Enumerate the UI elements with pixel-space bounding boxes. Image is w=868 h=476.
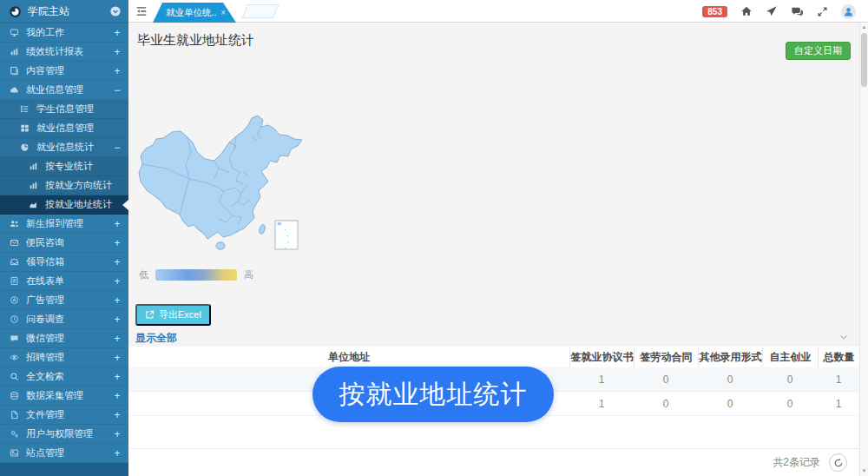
page-title: 毕业生就业地址统计	[137, 32, 254, 49]
sidebar-item[interactable]: 领导信箱+	[0, 253, 128, 272]
sidebar-item[interactable]: 文件管理+	[0, 406, 128, 425]
envelope-icon	[9, 238, 20, 248]
sidebar-item[interactable]: 全文检索+	[0, 367, 128, 387]
show-all-link[interactable]: 显示全部	[135, 331, 177, 346]
tab-label: 就业单位统..	[166, 7, 216, 19]
cell-value: 1	[569, 374, 634, 386]
sidebar-item-label: 按就业地址统计	[45, 198, 122, 211]
cloud-icon	[9, 85, 20, 95]
cell-value: 0	[698, 374, 762, 386]
sidebar-item[interactable]: 按就业地址统计	[0, 195, 128, 215]
home-icon[interactable]	[740, 5, 753, 17]
user-avatar[interactable]	[841, 4, 856, 19]
sidebar-item-label: 数据采集管理	[26, 389, 113, 402]
expand-plus-icon: +	[113, 27, 122, 39]
fullscreen-icon[interactable]	[817, 6, 828, 17]
show-all-row: 显示全部	[128, 328, 859, 347]
tab-close-icon[interactable]: ×	[220, 8, 226, 17]
refresh-icon	[833, 458, 844, 468]
overlay-label: 按就业地址统计	[339, 377, 528, 413]
vertical-scrollbar[interactable]: ▲ ▼	[859, 23, 868, 476]
messages-icon[interactable]	[791, 5, 804, 18]
sidebar-toggle-icon[interactable]	[135, 5, 148, 17]
cell-value: 0	[762, 374, 818, 386]
topbar: 就业单位统.. × 853	[128, 0, 868, 23]
expand-plus-icon: +	[113, 256, 122, 268]
expand-plus-icon: +	[113, 409, 122, 421]
sidebar-item[interactable]: 我的工作+	[0, 23, 128, 43]
refresh-button[interactable]	[829, 453, 847, 472]
sidebar-item[interactable]: 数据采集管理+	[0, 387, 128, 406]
action-overlay-pill: 按就业地址统计	[312, 367, 554, 422]
collapse-minus-icon: −	[113, 84, 122, 96]
cell-value: 1	[818, 374, 859, 386]
sidebar-item[interactable]: 便民咨询+	[0, 234, 128, 253]
china-map[interactable]	[132, 89, 349, 262]
sidebar-item[interactable]: 学生信息管理	[0, 100, 128, 119]
send-icon[interactable]	[766, 5, 778, 17]
inbox-icon	[9, 257, 20, 267]
sidebar-item[interactable]: 微信管理+	[0, 329, 128, 348]
cell-value: 0	[634, 398, 698, 410]
custom-date-button[interactable]: 自定义日期	[786, 42, 851, 60]
expand-plus-icon: +	[113, 352, 122, 364]
sidebar-item[interactable]: 招聘管理+	[0, 348, 128, 367]
app-window: 学院主站 我的工作+绩效统计报表+内容管理+就业信息管理−学生信息管理就业信息管…	[0, 0, 868, 476]
sidebar-item-label: 微信管理	[26, 332, 113, 345]
sidebar: 学院主站 我的工作+绩效统计报表+内容管理+就业信息管理−学生信息管理就业信息管…	[0, 0, 128, 476]
scroll-down-icon[interactable]: ▼	[860, 468, 868, 473]
sidebar-item[interactable]: 绩效统计报表+	[0, 43, 128, 62]
legend-high-label: 高	[244, 268, 253, 281]
site-logo-icon	[9, 5, 22, 18]
sidebar-item-label: 就业信息管理	[36, 122, 122, 135]
bar-chart-icon	[9, 47, 20, 56]
notification-badge[interactable]: 853	[702, 6, 727, 17]
column-header: 签就业协议书	[569, 347, 634, 367]
search-icon	[9, 372, 20, 381]
eye-icon	[9, 353, 20, 362]
legend-gradient-bar[interactable]	[155, 269, 237, 281]
export-excel-button[interactable]: 导出Excel	[135, 304, 211, 326]
sidebar-item[interactable]: 就业信息管理	[0, 119, 128, 138]
sidebar-menu: 我的工作+绩效统计报表+内容管理+就业信息管理−学生信息管理就业信息管理就业信息…	[0, 23, 128, 463]
sidebar-item-label: 全文检索	[26, 370, 113, 383]
gears-icon	[9, 429, 20, 439]
cell-value: 0	[634, 374, 698, 386]
record-count: 共2条记录	[773, 455, 820, 470]
sidebar-item[interactable]: 用户与权限管理+	[0, 425, 128, 444]
grid-icon	[19, 123, 30, 133]
collapse-chevron-icon[interactable]	[838, 332, 849, 342]
sidebar-item[interactable]: 按专业统计	[0, 157, 128, 176]
sidebar-item[interactable]: 问卷调查+	[0, 310, 128, 329]
bar-chart-icon	[28, 162, 39, 171]
sidebar-item-label: 用户与权限管理	[26, 427, 113, 440]
table-header-row: 单位地址签就业协议书签劳动合同其他录用形式自主创业总数量	[128, 347, 859, 367]
sidebar-item-label: 招聘管理	[26, 351, 113, 364]
column-header: 总数量	[818, 347, 859, 367]
sidebar-item[interactable]: 广告管理+	[0, 291, 128, 310]
scroll-up-icon[interactable]: ▲	[860, 24, 868, 30]
expand-plus-icon: +	[113, 447, 122, 459]
sidebar-item[interactable]: 就业信息管理−	[0, 81, 128, 100]
sidebar-item[interactable]: 站点管理+	[0, 444, 128, 463]
bar-chart-icon	[28, 181, 39, 190]
sidebar-item[interactable]: 新生报到管理+	[0, 215, 128, 234]
cell-value: 0	[698, 398, 762, 410]
document-icon	[9, 276, 20, 286]
comment-icon	[9, 334, 20, 343]
sidebar-item[interactable]: 在线表单+	[0, 272, 128, 291]
circle-ad-icon	[9, 295, 20, 305]
sidebar-item[interactable]: 就业信息统计−	[0, 138, 128, 157]
cell-value: 0	[762, 398, 818, 410]
scrollbar-thumb[interactable]	[861, 33, 867, 87]
sidebar-item[interactable]: 内容管理+	[0, 62, 128, 81]
pages-icon	[9, 66, 20, 76]
sidebar-item[interactable]: 按就业方向统计	[0, 176, 128, 195]
expand-plus-icon: +	[113, 65, 122, 77]
south-china-sea-inset	[275, 221, 298, 250]
sidebar-header[interactable]: 学院主站	[0, 0, 128, 23]
tab-employment-unit-stats[interactable]: 就业单位统.. ×	[153, 3, 236, 23]
chevron-down-circle-icon[interactable]	[109, 5, 122, 17]
sidebar-item-label: 就业信息统计	[36, 141, 113, 154]
sidebar-item-label: 便民咨询	[26, 236, 113, 249]
